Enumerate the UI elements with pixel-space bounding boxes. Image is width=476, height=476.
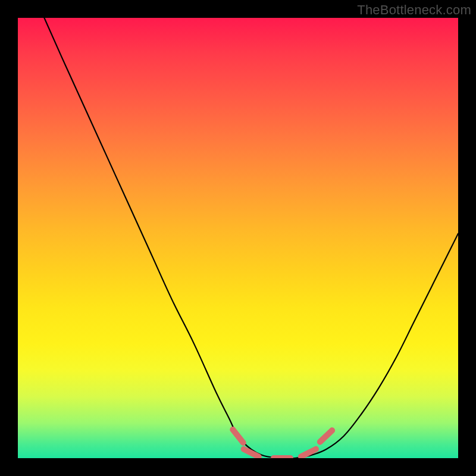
chart-svg <box>18 18 458 458</box>
marker-optimum-band-left-top <box>233 430 243 443</box>
marker-optimum-band-left-mid <box>244 449 259 457</box>
bottleneck-curve <box>44 18 458 458</box>
chart-frame: TheBottleneck.com <box>0 0 476 476</box>
marker-optimum-band-right-top <box>320 430 332 441</box>
plot-area <box>18 18 458 458</box>
marker-optimum-band-right-mid <box>301 449 316 457</box>
watermark-text: TheBottleneck.com <box>357 2 471 18</box>
